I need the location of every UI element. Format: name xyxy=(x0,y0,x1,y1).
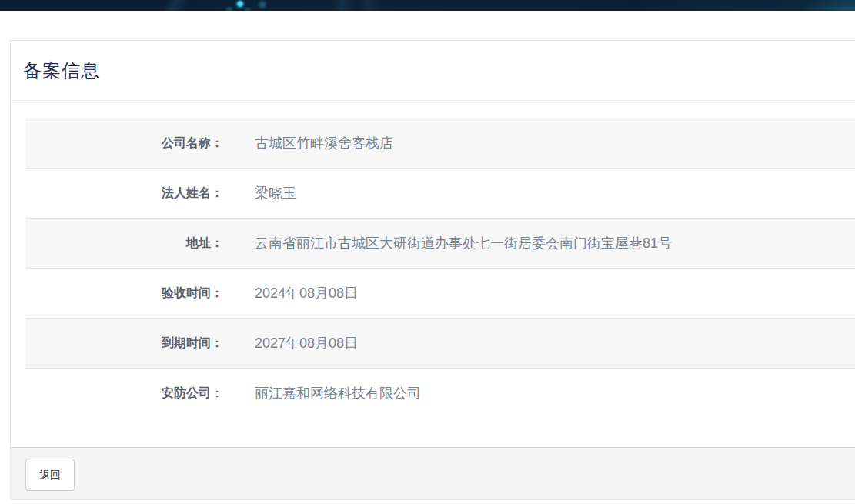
field-value-security-company: 丽江嘉和网络科技有限公司 xyxy=(223,369,855,419)
field-label-expiry-date: 到期时间： xyxy=(25,319,223,369)
field-value-address: 云南省丽江市古城区大研街道办事处七一街居委会南门街宝屋巷81号 xyxy=(223,219,855,269)
field-value-legal-person: 梁晓玉 xyxy=(223,169,855,219)
field-value-acceptance-date: 2024年08月08日 xyxy=(223,269,855,319)
field-label-legal-person: 法人姓名： xyxy=(25,169,223,219)
back-button[interactable]: 返回 xyxy=(25,459,75,491)
table-row-security-company: 安防公司： 丽江嘉和网络科技有限公司 xyxy=(25,369,855,419)
table-row-legal-person: 法人姓名： 梁晓玉 xyxy=(25,169,855,219)
panel-header: 备案信息 xyxy=(11,41,855,101)
field-label-company-name: 公司名称： xyxy=(25,118,223,169)
hero-banner-image xyxy=(0,0,855,11)
panel-body: 公司名称： 古城区竹畔溪舍客栈店 法人姓名： 梁晓玉 地址： 云南省丽江市古城区… xyxy=(11,101,855,447)
field-value-expiry-date: 2027年08月08日 xyxy=(223,319,855,369)
record-info-table: 公司名称： 古城区竹畔溪舍客栈店 法人姓名： 梁晓玉 地址： 云南省丽江市古城区… xyxy=(25,118,855,419)
page-title: 备案信息 xyxy=(23,58,100,83)
field-label-acceptance-date: 验收时间： xyxy=(25,269,223,319)
table-row-expiry-date: 到期时间： 2027年08月08日 xyxy=(25,319,855,369)
record-info-panel: 备案信息 公司名称： 古城区竹畔溪舍客栈店 法人姓名： 梁晓玉 地址： 云南省丽… xyxy=(10,40,855,500)
field-label-security-company: 安防公司： xyxy=(25,369,223,419)
table-row-acceptance-date: 验收时间： 2024年08月08日 xyxy=(25,269,855,319)
field-value-company-name: 古城区竹畔溪舍客栈店 xyxy=(223,118,855,169)
field-label-address: 地址： xyxy=(25,219,223,269)
panel-footer: 返回 xyxy=(11,447,855,499)
table-row-address: 地址： 云南省丽江市古城区大研街道办事处七一街居委会南门街宝屋巷81号 xyxy=(25,219,855,269)
table-row-company-name: 公司名称： 古城区竹畔溪舍客栈店 xyxy=(25,118,855,169)
